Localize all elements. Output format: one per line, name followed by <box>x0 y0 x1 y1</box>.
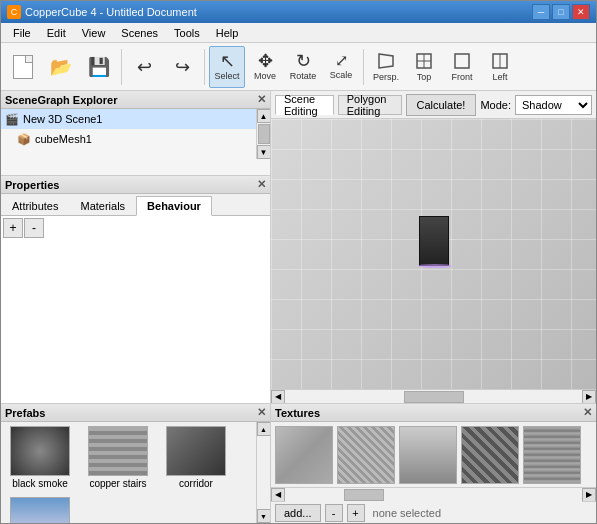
tab-materials[interactable]: Materials <box>69 196 136 215</box>
properties-content: + - <box>1 216 270 403</box>
tex-scroll-track[interactable] <box>285 488 582 502</box>
scene-list: 🎬 New 3D Scene1 📦 cubeMesh1 ▲ ▼ <box>1 109 270 159</box>
textures-minus-button[interactable]: - <box>325 504 343 522</box>
props-add-button[interactable]: + <box>3 218 23 238</box>
scale-label: Scale <box>330 70 353 80</box>
rotate-label: Rotate <box>290 71 317 81</box>
prefab-item-3[interactable]: default skybox <box>5 497 75 523</box>
left-button[interactable]: Left <box>482 46 518 88</box>
calculate-button[interactable]: Calculate! <box>406 94 477 116</box>
viewport-toolbar: Scene Editing Polygon Editing Calculate!… <box>271 91 596 119</box>
viewport-tab-scene[interactable]: Scene Editing <box>275 95 334 115</box>
scroll-thumb[interactable] <box>258 124 270 144</box>
prefabs-close[interactable]: ✕ <box>257 406 266 419</box>
rotate-button[interactable]: ↻ Rotate <box>285 46 321 88</box>
scenegraph-close[interactable]: ✕ <box>257 93 266 106</box>
properties-header: Properties ✕ <box>1 176 270 194</box>
viewport-canvas[interactable] <box>271 119 596 389</box>
prefab-item-2[interactable]: corridor <box>161 426 231 489</box>
scenegraph-explorer: SceneGraph Explorer ✕ 🎬 New 3D Scene1 📦 … <box>1 91 270 176</box>
prefab-item-0[interactable]: black smoke <box>5 426 75 489</box>
close-button[interactable]: ✕ <box>572 4 590 20</box>
textures-title: Textures <box>275 407 320 419</box>
menu-help[interactable]: Help <box>208 25 247 41</box>
props-remove-button[interactable]: - <box>24 218 44 238</box>
svg-rect-3 <box>455 54 469 68</box>
top-icon <box>414 51 434 71</box>
open-button[interactable]: 📂 <box>43 46 79 88</box>
prefab-grid: black smoke copper stairs corridor <box>1 422 256 523</box>
left-label: Left <box>492 72 507 82</box>
tex-scroll-thumb[interactable] <box>344 489 384 501</box>
scale-button[interactable]: ⤢ Scale <box>323 46 359 88</box>
tab-behaviour[interactable]: Behaviour <box>136 196 212 216</box>
left-panel: SceneGraph Explorer ✕ 🎬 New 3D Scene1 📦 … <box>1 91 271 403</box>
main-content: SceneGraph Explorer ✕ 🎬 New 3D Scene1 📦 … <box>1 91 596 403</box>
minimize-button[interactable]: ─ <box>532 4 550 20</box>
titlebar-controls[interactable]: ─ □ ✕ <box>532 4 590 20</box>
prefabs-scroll-down[interactable]: ▼ <box>257 509 271 523</box>
tex-scroll-right[interactable]: ▶ <box>582 488 596 502</box>
smoke-thumb <box>11 427 69 475</box>
corridor-thumb <box>167 427 225 475</box>
toolbar: 📂 💾 ↩ ↪ ↖ Select ✥ Move ↻ Rotate ⤢ Scale… <box>1 43 596 91</box>
prefab-item-1[interactable]: copper stairs <box>83 426 153 489</box>
scroll-up-btn[interactable]: ▲ <box>257 109 271 123</box>
texture-thumb-4[interactable] <box>523 426 581 484</box>
open-icon: 📂 <box>50 56 72 78</box>
prefabs-scroll: black smoke copper stairs corridor <box>1 422 270 523</box>
prefab-thumb-1 <box>88 426 148 476</box>
save-button[interactable]: 💾 <box>81 46 117 88</box>
select-label: Select <box>214 71 239 81</box>
prefab-thumb-0 <box>10 426 70 476</box>
prefab-thumb-2 <box>166 426 226 476</box>
scenegraph-scrollbar[interactable]: ▲ ▼ <box>256 109 270 159</box>
prefabs-scroll-up[interactable]: ▲ <box>257 422 271 436</box>
hscroll-right-btn[interactable]: ▶ <box>582 390 596 404</box>
viewport-hscrollbar[interactable]: ◀ ▶ <box>271 389 596 403</box>
viewport-tab-polygon[interactable]: Polygon Editing <box>338 95 402 115</box>
menu-tools[interactable]: Tools <box>166 25 208 41</box>
scroll-down-btn[interactable]: ▼ <box>257 145 271 159</box>
properties-close[interactable]: ✕ <box>257 178 266 191</box>
maximize-button[interactable]: □ <box>552 4 570 20</box>
tab-attributes[interactable]: Attributes <box>1 196 69 215</box>
hscroll-left-btn[interactable]: ◀ <box>271 390 285 404</box>
texture-thumb-3[interactable] <box>461 426 519 484</box>
textures-add-button[interactable]: add... <box>275 504 321 522</box>
undo-button[interactable]: ↩ <box>126 46 162 88</box>
scene-item-1[interactable]: 📦 cubeMesh1 <box>1 129 256 149</box>
front-button[interactable]: Front <box>444 46 480 88</box>
properties-title: Properties <box>5 179 59 191</box>
move-icon: ✥ <box>258 52 273 70</box>
menu-file[interactable]: File <box>5 25 39 41</box>
textures-hscrollbar[interactable]: ◀ ▶ <box>271 487 596 501</box>
select-button[interactable]: ↖ Select <box>209 46 245 88</box>
menu-scenes[interactable]: Scenes <box>113 25 166 41</box>
scene-item-0[interactable]: 🎬 New 3D Scene1 <box>1 109 256 129</box>
hscroll-track[interactable] <box>285 390 582 404</box>
texture-thumb-2[interactable] <box>399 426 457 484</box>
prefab-label-2: corridor <box>179 478 213 489</box>
stairs-thumb <box>89 427 147 475</box>
top-button[interactable]: Top <box>406 46 442 88</box>
prefabs-scrollbar[interactable]: ▲ ▼ <box>256 422 270 523</box>
redo-icon: ↪ <box>175 56 190 78</box>
textures-plus-button[interactable]: + <box>347 504 365 522</box>
texture-thumb-0[interactable] <box>275 426 333 484</box>
toolbar-separator-2 <box>204 49 205 85</box>
new-button[interactable] <box>5 46 41 88</box>
menu-edit[interactable]: Edit <box>39 25 74 41</box>
hscroll-thumb[interactable] <box>404 391 464 403</box>
bottom-area: Prefabs ✕ black smoke copper stairs <box>1 403 596 523</box>
tex-scroll-left[interactable]: ◀ <box>271 488 285 502</box>
persp-button[interactable]: Persp. <box>368 46 404 88</box>
redo-button[interactable]: ↪ <box>164 46 200 88</box>
move-button[interactable]: ✥ Move <box>247 46 283 88</box>
titlebar: C CopperCube 4 - Untitled Document ─ □ ✕ <box>1 1 596 23</box>
texture-thumb-1[interactable] <box>337 426 395 484</box>
textures-close[interactable]: ✕ <box>583 406 592 419</box>
mode-select[interactable]: Shadow Wireframe Solid <box>515 95 592 115</box>
menu-view[interactable]: View <box>74 25 114 41</box>
prefab-thumb-3 <box>10 497 70 523</box>
